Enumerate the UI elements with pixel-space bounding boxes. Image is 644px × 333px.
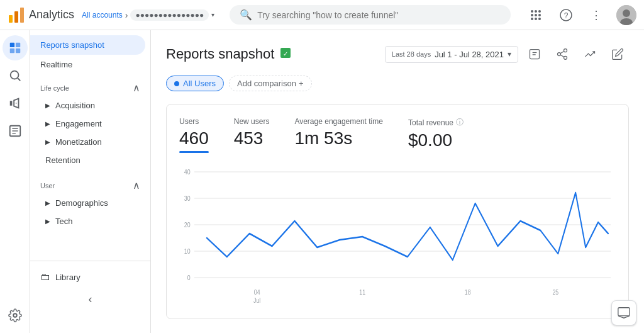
- svg-text:✓: ✓: [283, 50, 288, 57]
- chart-card: Users 460 New users 453 Average engageme…: [166, 104, 629, 319]
- svg-rect-53: [618, 308, 630, 316]
- svg-point-35: [564, 56, 567, 59]
- svg-point-9: [531, 18, 533, 20]
- rail-search-button[interactable]: [3, 63, 28, 88]
- metric-users[interactable]: Users 460: [179, 117, 209, 153]
- rail-reports-button[interactable]: [3, 118, 28, 144]
- metric-users-underline: [179, 151, 209, 153]
- metrics-row: Users 460 New users 453 Average engageme…: [179, 117, 616, 153]
- nav-realtime-label: Realtime: [40, 60, 72, 69]
- explore-icon: [8, 69, 22, 82]
- svg-text:25: 25: [552, 288, 558, 296]
- bookmark-button[interactable]: [523, 43, 546, 65]
- share-icon: [556, 48, 569, 60]
- folder-icon: 🗀: [40, 271, 50, 283]
- nav-user-label: User: [40, 182, 55, 189]
- metric-engagement-time[interactable]: Average engagement time 1m 53s: [294, 117, 383, 153]
- segment-chip[interactable]: All Users: [166, 76, 224, 91]
- nav-reports-snapshot[interactable]: Reports snapshot: [30, 35, 145, 55]
- rail-advertising-button[interactable]: [3, 91, 28, 116]
- rail-settings-button[interactable]: [3, 303, 28, 328]
- feedback-button[interactable]: [611, 300, 636, 325]
- bookmark-icon: [528, 48, 541, 60]
- metric-engagement-label: Average engagement time: [294, 117, 383, 126]
- nav-acquisition[interactable]: ▶ Acquisition: [30, 96, 150, 115]
- page-header: Reports snapshot ✓ Last 28 days Jul 1 - …: [166, 43, 629, 65]
- user-chevron-icon: ∧: [133, 179, 140, 191]
- nav-tech[interactable]: ▶ Tech: [30, 212, 150, 230]
- svg-rect-30: [530, 50, 540, 59]
- date-range-selector[interactable]: Last 28 days Jul 1 - Jul 28, 2021 ▾: [385, 46, 518, 63]
- nav-tech-label: Tech: [55, 217, 72, 226]
- account-name[interactable]: ●●●●●●●●●●●●●●●: [130, 9, 209, 21]
- svg-text:18: 18: [465, 288, 471, 296]
- svg-text:40: 40: [184, 168, 191, 176]
- metric-new-users[interactable]: New users 453: [234, 117, 270, 153]
- svg-line-37: [560, 51, 564, 53]
- search-bar[interactable]: 🔍: [230, 5, 511, 25]
- account-nav[interactable]: All accounts › ●●●●●●●●●●●●●●● ▾: [82, 9, 214, 21]
- lifecycle-chevron-icon: ∧: [133, 82, 140, 94]
- nav-library[interactable]: 🗀 Library: [30, 266, 150, 288]
- all-accounts-link[interactable]: All accounts: [82, 11, 123, 20]
- svg-line-36: [560, 55, 564, 57]
- breadcrumb-chevron: ›: [125, 10, 128, 20]
- revenue-info-icon: ⓘ: [456, 117, 464, 128]
- topbar-actions: ? ⋮: [526, 5, 636, 25]
- metric-revenue-label: Total revenue ⓘ: [408, 117, 464, 128]
- nav-monetization-label: Monetization: [55, 137, 102, 147]
- nav-engagement-label: Engagement: [55, 119, 102, 128]
- nav-reports-snapshot-label: Reports snapshot: [40, 40, 104, 50]
- metric-new-users-label: New users: [234, 117, 270, 126]
- add-comparison-button[interactable]: Add comparison +: [229, 76, 312, 91]
- edit-button[interactable]: [606, 43, 629, 65]
- help-button[interactable]: ?: [556, 5, 576, 25]
- nav-engagement[interactable]: ▶ Engagement: [30, 115, 150, 133]
- nav-monetization[interactable]: ▶ Monetization: [30, 133, 150, 151]
- nav-realtime[interactable]: Realtime: [30, 55, 145, 74]
- apps-button[interactable]: [526, 5, 546, 25]
- metric-revenue[interactable]: Total revenue ⓘ $0.00: [408, 117, 464, 153]
- logo: Analytics: [8, 6, 74, 24]
- share-button[interactable]: [551, 43, 574, 65]
- app-title: Analytics: [29, 8, 74, 21]
- svg-text:11: 11: [359, 288, 365, 296]
- nav-retention[interactable]: Retention: [30, 151, 150, 169]
- metric-new-users-value: 453: [234, 128, 270, 149]
- plus-icon: +: [299, 79, 304, 88]
- collapse-icon: ‹: [89, 293, 92, 306]
- nav-collapse-button[interactable]: ‹: [30, 288, 150, 311]
- svg-point-5: [538, 10, 541, 13]
- advertising-icon: [8, 96, 22, 110]
- segment-label: All Users: [183, 79, 216, 88]
- edit-icon: [611, 48, 624, 60]
- user-avatar[interactable]: [616, 5, 636, 25]
- svg-point-34: [558, 53, 561, 56]
- metric-users-value: 460: [179, 128, 209, 149]
- svg-text:04: 04: [254, 288, 260, 296]
- account-dropdown-arrow[interactable]: ▾: [211, 11, 214, 18]
- svg-text:0: 0: [187, 274, 191, 281]
- nav-user-section[interactable]: User ∧: [30, 172, 150, 194]
- svg-text:30: 30: [184, 195, 191, 202]
- svg-point-3: [531, 10, 533, 13]
- metric-revenue-value: $0.00: [408, 130, 464, 150]
- demographics-arrow-icon: ▶: [45, 200, 50, 206]
- nav-demographics[interactable]: ▶ Demographics: [30, 194, 150, 212]
- svg-text:20: 20: [184, 221, 191, 229]
- help-icon: ?: [560, 9, 572, 21]
- nav-lifecycle-section[interactable]: Life cycle ∧: [30, 74, 150, 96]
- header-actions: [523, 43, 629, 65]
- search-input[interactable]: [257, 10, 501, 20]
- svg-point-21: [10, 71, 18, 79]
- svg-rect-17: [9, 43, 14, 47]
- apps-icon: [530, 9, 542, 21]
- tech-arrow-icon: ▶: [45, 218, 50, 225]
- more-button[interactable]: ⋮: [586, 5, 606, 25]
- nav-demographics-label: Demographics: [55, 198, 108, 208]
- trend-button[interactable]: [579, 43, 601, 65]
- add-comparison-label: Add comparison: [237, 79, 296, 88]
- nav-acquisition-label: Acquisition: [55, 101, 95, 110]
- rail-home-button[interactable]: [3, 35, 28, 60]
- metric-users-label: Users: [179, 117, 209, 126]
